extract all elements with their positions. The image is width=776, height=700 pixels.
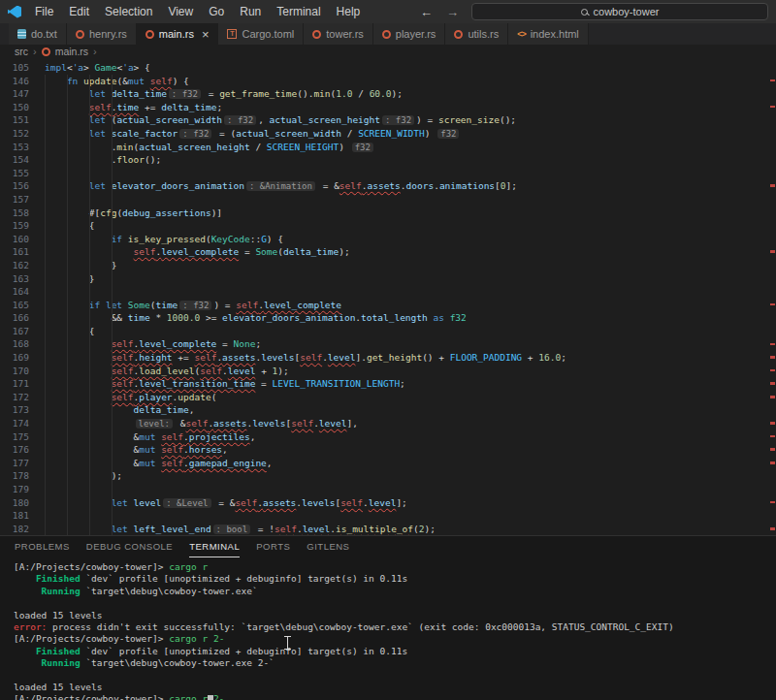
code-line[interactable]: 167 {: [0, 325, 776, 338]
code-line[interactable]: 163 }: [0, 272, 776, 286]
panel-tab-ports[interactable]: PORTS: [256, 536, 290, 557]
line-number: 146: [0, 75, 29, 88]
tab-label: tower.rs: [326, 28, 364, 40]
code-line[interactable]: 182 let left_level_end: bool = !self.lev…: [0, 523, 776, 535]
menu-help[interactable]: Help: [329, 0, 369, 23]
error-mark: [770, 303, 775, 306]
search-icon: [581, 9, 588, 16]
error-mark: [770, 396, 775, 398]
line-number: 156: [0, 179, 29, 193]
line-number: 166: [0, 311, 29, 325]
title-bar: FileEditSelectionViewGoRunTerminalHelp ←…: [0, 0, 776, 23]
code-line[interactable]: 178 );: [0, 469, 776, 483]
breadcrumb-item-main-rs[interactable]: main.rs: [55, 46, 88, 57]
indent-guide: [67, 75, 68, 535]
code-line[interactable]: 173 delta_time,: [0, 403, 776, 417]
menu-run[interactable]: Run: [232, 0, 269, 23]
code-area: 105impl<'a> Game<'a> {146 fn update(&mut…: [0, 61, 776, 535]
code-line[interactable]: 159 {: [0, 219, 776, 233]
error-mark: [770, 250, 775, 253]
line-number: 162: [0, 259, 29, 272]
menu-go[interactable]: Go: [201, 0, 232, 23]
breadcrumb-item-src[interactable]: src: [15, 46, 28, 57]
code-line[interactable]: 180 let level: &Level = &self.assets.lev…: [0, 496, 776, 510]
nav-back-icon[interactable]: ←: [413, 5, 439, 19]
code-line[interactable]: 146 fn update(&mut self) {: [0, 75, 776, 88]
line-number: 164: [0, 285, 29, 299]
error-mark: [770, 184, 775, 187]
tab-player.rs[interactable]: player.rs: [373, 23, 446, 45]
code-line[interactable]: 155: [0, 167, 776, 180]
line-number: 178: [0, 469, 29, 483]
rust-file-icon: [382, 30, 391, 39]
tab-tower.rs[interactable]: tower.rs: [304, 23, 373, 45]
code-line[interactable]: 164: [0, 285, 776, 299]
error-mark: [770, 448, 775, 451]
code-line[interactable]: 168 self.level_complete = None;: [0, 337, 776, 351]
code-line[interactable]: 147 let delta_time: f32 = get_frame_time…: [0, 87, 776, 101]
menu-view[interactable]: View: [160, 0, 201, 23]
code-line[interactable]: 175 &mut self.projectiles,: [0, 430, 776, 444]
line-number: 167: [0, 325, 29, 338]
code-line[interactable]: 181: [0, 509, 776, 523]
tab-henry.rs[interactable]: henry.rs: [67, 23, 137, 45]
tab-label: henry.rs: [89, 28, 127, 40]
line-number: 170: [0, 365, 29, 378]
code-line[interactable]: 150 self.time += delta_time;: [0, 101, 776, 114]
code-line[interactable]: 165 if let Some(time: f32) = self.level_…: [0, 299, 776, 312]
tab-label: index.html: [531, 28, 579, 40]
rust-file-icon: [146, 30, 154, 39]
menu-edit[interactable]: Edit: [61, 0, 97, 23]
terminal-line: Finished `dev` profile [unoptimized + de…: [14, 646, 776, 657]
menu-file[interactable]: File: [27, 0, 61, 23]
code-line[interactable]: 161 self.level_complete = Some(delta_tim…: [0, 245, 776, 259]
line-number: 181: [0, 509, 29, 523]
tab-do.txt[interactable]: do.txt: [9, 23, 67, 45]
panel-tab-terminal[interactable]: TERMINAL: [189, 536, 240, 557]
code-line[interactable]: 158 #[cfg(debug_assertions)]: [0, 207, 776, 220]
code-line[interactable]: 176 &mut self.horses,: [0, 443, 776, 457]
code-line[interactable]: 154 .floor();: [0, 153, 776, 167]
code-line[interactable]: 177 &mut self.gamepad_engine,: [0, 457, 776, 470]
code-line[interactable]: 174 level: &self.assets.levels[self.leve…: [0, 417, 776, 430]
tab-index.html[interactable]: <>index.html: [508, 23, 589, 45]
tab-utils.rs[interactable]: utils.rs: [445, 23, 508, 45]
menu-selection[interactable]: Selection: [97, 0, 160, 23]
panel-tab-gitlens[interactable]: GITLENS: [307, 536, 349, 557]
code-line[interactable]: 179: [0, 483, 776, 496]
code-line[interactable]: 153 .min(actual_screen_height / SCREEN_H…: [0, 141, 776, 154]
code-line[interactable]: 171 self.level_transition_time = LEVEL_T…: [0, 377, 776, 391]
close-icon[interactable]: ×: [202, 28, 210, 41]
line-number: 157: [0, 193, 29, 207]
code-line[interactable]: 105impl<'a> Game<'a> {: [0, 61, 776, 75]
code-line[interactable]: 151 let (actual_screen_width: f32, actua…: [0, 113, 776, 127]
code-line[interactable]: 156 let elevator_doors_animation: &Anima…: [0, 179, 776, 193]
error-mark: [770, 343, 775, 346]
command-center-search[interactable]: cowboy-tower: [471, 3, 768, 20]
code-line[interactable]: 160 if is_key_pressed(KeyCode::G) {: [0, 233, 776, 246]
tab-label: Cargo.toml: [242, 28, 294, 40]
terminal-line: loaded 15 levels: [14, 610, 776, 621]
nav-forward-icon[interactable]: →: [439, 5, 466, 19]
line-number: 147: [0, 87, 29, 101]
code-line[interactable]: 172 self.player.update(: [0, 391, 776, 404]
vscode-logo-icon: [8, 6, 21, 18]
terminal-output[interactable]: [A:/Projects/cowboy-tower]> cargo r Fini…: [0, 557, 776, 700]
code-line[interactable]: 170 self.load_level(self.level + 1);: [0, 365, 776, 378]
panel-tab-debug-console[interactable]: DEBUG CONSOLE: [86, 536, 173, 557]
code-line[interactable]: 157: [0, 193, 776, 207]
indent-guide: [89, 75, 90, 535]
rust-file-icon: [76, 30, 84, 39]
tab-main.rs[interactable]: main.rs×: [137, 23, 219, 45]
code-line[interactable]: 162 }: [0, 259, 776, 272]
code-line[interactable]: 152 let scale_factor: f32 = (actual_scre…: [0, 127, 776, 141]
terminal-line: loaded 15 levels: [14, 682, 776, 693]
code-line[interactable]: 169 self.height += self.assets.levels[se…: [0, 351, 776, 365]
tab-Cargo.toml[interactable]: TCargo.toml: [218, 23, 304, 45]
code-editor[interactable]: 105impl<'a> Game<'a> {146 fn update(&mut…: [0, 58, 776, 535]
rust-file-icon: [42, 48, 50, 56]
line-number: 160: [0, 233, 29, 246]
menu-terminal[interactable]: Terminal: [269, 0, 328, 23]
panel-tab-problems[interactable]: PROBLEMS: [15, 536, 70, 557]
code-line[interactable]: 166 && time * 1000.0 >= elevator_doors_a…: [0, 311, 776, 325]
